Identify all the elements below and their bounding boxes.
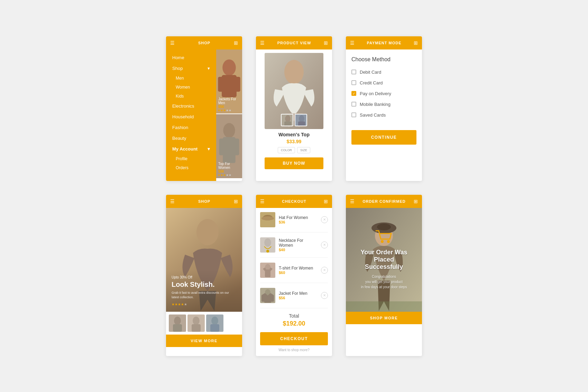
nav-product-name-1: Jackets For Men — [218, 97, 241, 105]
checkout-button[interactable]: CHECKOUT — [260, 332, 328, 345]
pod-checkbox[interactable] — [351, 91, 356, 96]
svg-rect-7 — [223, 137, 235, 163]
checkout-card: ☰ CHECKOUT ⊞ Hat For Women $36 ✕ — [256, 195, 332, 356]
nav-household[interactable]: Household — [166, 111, 216, 122]
hamburger-icon-4[interactable]: ☰ — [170, 199, 175, 204]
shop-more-button[interactable]: SHOP MORE — [346, 312, 422, 324]
nav-product-stars-2: ★★★★★ — [218, 173, 241, 177]
remove-hat-button[interactable]: ✕ — [321, 216, 328, 223]
tshirt-product-info: T-shirt For Women $60 — [279, 266, 318, 275]
view-more-button[interactable]: VIEW MORE — [166, 335, 242, 347]
shop-rating-stars: ★★★★★ — [172, 302, 237, 306]
shop-thumbnail-row — [166, 312, 242, 335]
grid-icon[interactable]: ⊞ — [234, 40, 238, 46]
debit-card-checkbox[interactable] — [351, 70, 356, 74]
svg-point-14 — [285, 115, 291, 122]
order-confirmed-card: ☰ ORDER CONFIRMED ⊞ — [346, 195, 422, 356]
necklace-product-price: $40 — [279, 248, 318, 252]
nav-product-image-2: Top For Women $56 ★★★★★ — [216, 114, 242, 178]
continue-button[interactable]: CONTINUE — [351, 130, 416, 145]
order-header-title: ORDER CONFIRMED — [355, 199, 414, 203]
jacket-product-price: $56 — [279, 296, 318, 300]
shop-body: Upto 30% Off Look Stylish. Grab it fast … — [166, 208, 242, 347]
product-main-image — [265, 53, 323, 129]
nav-product-price-1: $56 — [218, 105, 241, 109]
hamburger-icon-3[interactable]: ☰ — [350, 40, 355, 46]
svg-rect-18 — [298, 121, 305, 126]
grid-icon-6[interactable]: ⊞ — [414, 199, 418, 204]
hat-product-image — [260, 212, 275, 227]
checkout-item-2: Necklace For Women $40 ✕ — [260, 237, 328, 258]
product-view-header: ☰ PRODUCT VIEW ⊞ — [256, 36, 332, 49]
tshirt-product-image — [260, 263, 275, 278]
hamburger-icon-5[interactable]: ☰ — [260, 199, 265, 204]
nav-menu: Home Shop▾ Men Women Kids Electronics Ho… — [166, 49, 216, 181]
nav-product-image-1: Jackets For Men $56 ★★★★★ — [216, 49, 242, 113]
svg-point-21 — [196, 219, 219, 245]
payment-option-saved: Saved Cards — [351, 112, 416, 118]
grid-icon-4[interactable]: ⊞ — [234, 199, 238, 204]
svg-point-17 — [299, 115, 304, 122]
svg-rect-43 — [261, 295, 265, 302]
nav-beauty[interactable]: Beauty — [166, 133, 216, 144]
nav-my-account[interactable]: My Account▾ — [166, 144, 216, 154]
pod-label: Pay on Delivery — [360, 91, 391, 96]
size-option-btn[interactable]: SIZE — [297, 147, 310, 153]
order-success-title: Your Order Was PlacedSuccessfully — [351, 249, 416, 271]
svg-rect-27 — [192, 324, 201, 332]
nav-women[interactable]: Women — [166, 83, 216, 92]
nav-men[interactable]: Men — [166, 74, 216, 83]
shop-thumb-3[interactable] — [206, 314, 223, 332]
nav-fashion[interactable]: Fashion — [166, 122, 216, 133]
color-option-btn[interactable]: COLOR — [278, 147, 295, 153]
payment-mode-card: ☰ PAYMENT MODE ⊞ Choose Method Debit Car… — [346, 36, 422, 181]
saved-cards-checkbox[interactable] — [351, 112, 356, 117]
nav-orders[interactable]: Orders — [166, 163, 216, 172]
nav-home[interactable]: Home — [166, 52, 216, 63]
hamburger-icon-2[interactable]: ☰ — [260, 40, 265, 46]
nav-product-price-2: $56 — [218, 170, 241, 173]
payment-option-debit: Debit Card — [351, 70, 416, 75]
shop-hero-overlay: Upto 30% Off Look Stylish. Grab it fast … — [166, 270, 242, 311]
necklace-product-image — [260, 237, 275, 253]
payment-header: ☰ PAYMENT MODE ⊞ — [346, 36, 422, 49]
navigation-card: ☰ SHOP ⊞ Home Shop▾ Men Women Kids Elect… — [166, 36, 242, 181]
product-thumb-1[interactable] — [281, 114, 293, 126]
payment-option-pod: Pay on Delivery — [351, 91, 416, 96]
remove-tshirt-button[interactable]: ✕ — [321, 267, 328, 274]
nav-profile[interactable]: Profile — [166, 154, 216, 163]
svg-point-29 — [211, 317, 218, 325]
hat-product-name: Hat For Women — [279, 215, 318, 220]
credit-card-checkbox[interactable] — [351, 80, 356, 85]
necklace-product-info: Necklace For Women $40 — [279, 238, 318, 252]
cart-success-icon — [375, 230, 393, 245]
jacket-product-name: Jacket For Men — [279, 291, 318, 296]
svg-rect-8 — [219, 138, 224, 155]
payment-option-credit: Credit Card — [351, 80, 416, 85]
order-body: Your Order Was PlacedSuccessfully Congra… — [346, 208, 422, 324]
shop-thumb-1[interactable] — [169, 314, 186, 332]
jacket-product-info: Jacket For Men $56 — [279, 291, 318, 300]
product-price: $33.99 — [287, 139, 302, 144]
nav-electronics[interactable]: Electronics — [166, 101, 216, 111]
remove-jacket-button[interactable]: ✕ — [321, 292, 328, 299]
svg-point-51 — [381, 240, 384, 243]
mobile-banking-checkbox[interactable] — [351, 102, 356, 107]
shop-description: Grab it fast to avail extra discounts on… — [172, 291, 237, 299]
remove-necklace-button[interactable]: ✕ — [321, 241, 328, 248]
nav-kids[interactable]: Kids — [166, 92, 216, 101]
hamburger-icon[interactable]: ☰ — [170, 40, 175, 46]
want-more-text: Want to shop more? — [260, 348, 328, 352]
grid-icon-5[interactable]: ⊞ — [324, 199, 328, 204]
svg-point-23 — [174, 317, 181, 325]
nav-shop[interactable]: Shop▾ — [166, 63, 216, 74]
product-view-title: PRODUCT VIEW — [265, 41, 324, 45]
grid-icon-2[interactable]: ⊞ — [324, 40, 328, 46]
hamburger-icon-6[interactable]: ☰ — [350, 199, 355, 204]
grid-icon-3[interactable]: ⊞ — [414, 40, 418, 46]
shop-thumb-2[interactable] — [187, 314, 205, 332]
buy-now-button[interactable]: BUY NOW — [265, 157, 323, 169]
nav-header-title: SHOP — [175, 41, 234, 45]
product-thumb-2[interactable] — [295, 114, 307, 126]
saved-cards-label: Saved Cards — [360, 112, 386, 118]
